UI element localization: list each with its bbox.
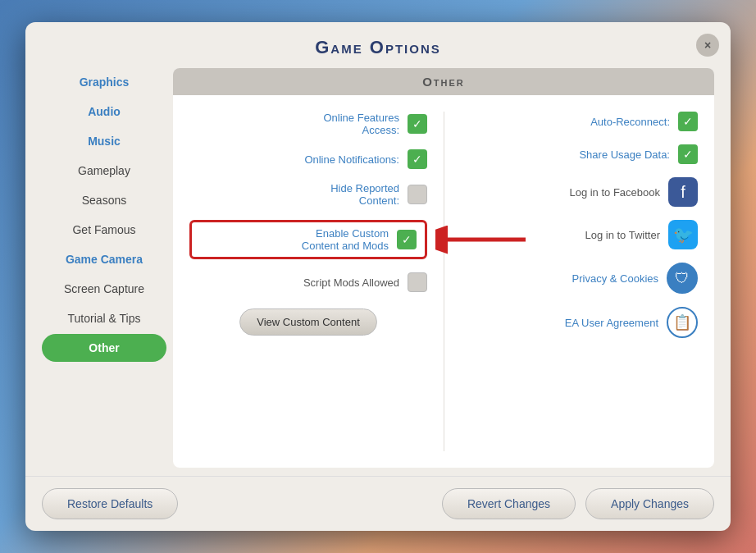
facebook-label: Log in to Facebook	[569, 186, 660, 199]
option-share-usage: Share Usage Data: ✓	[461, 144, 698, 164]
ea-agreement-label: EA User Agreement	[565, 317, 658, 329]
sidebar-item-music[interactable]: Music	[42, 127, 166, 155]
option-facebook: Log in to Facebook f	[461, 177, 698, 207]
sidebar-item-game-camera[interactable]: Game Camera	[42, 245, 166, 273]
dialog-footer: Restore Defaults Revert Changes Apply Ch…	[25, 476, 731, 531]
revert-changes-button[interactable]: Revert Changes	[442, 488, 576, 519]
content-body: Online FeaturesAccess: ✓ Online Notifica…	[173, 95, 714, 468]
close-button[interactable]: ×	[696, 34, 719, 57]
option-ea-agreement: EA User Agreement 📋	[461, 307, 698, 338]
twitter-button[interactable]: 🐦	[668, 220, 698, 249]
sidebar-item-other[interactable]: Other	[42, 334, 166, 362]
share-usage-checkbox[interactable]: ✓	[678, 144, 698, 164]
option-enable-custom: Enable CustomContent and Mods ✓	[189, 220, 427, 259]
restore-defaults-button[interactable]: Restore Defaults	[42, 488, 178, 519]
privacy-icon[interactable]: 🛡	[667, 263, 698, 294]
sidebar-item-gameplay[interactable]: Gameplay	[42, 157, 166, 185]
script-mods-checkbox[interactable]	[408, 272, 427, 292]
privacy-label: Privacy & Cookies	[572, 272, 658, 285]
facebook-button[interactable]: f	[668, 177, 698, 207]
option-hide-reported: Hide ReportedContent:	[189, 182, 427, 207]
online-notifications-checkbox[interactable]: ✓	[408, 149, 427, 169]
ea-agreement-icon[interactable]: 📋	[667, 307, 698, 338]
sidebar-item-graphics[interactable]: Graphics	[42, 68, 166, 96]
content-panel: Other Online FeaturesAccess: ✓ Online No…	[173, 68, 714, 468]
left-column: Online FeaturesAccess: ✓ Online Notifica…	[189, 112, 444, 451]
dialog-body: Graphics Audio Music Gameplay Seasons Ge…	[25, 68, 731, 476]
sidebar-item-audio[interactable]: Audio	[42, 98, 166, 126]
online-notifications-label: Online Notifications:	[304, 153, 399, 166]
view-custom-content-button[interactable]: View Custom Content	[239, 308, 377, 336]
option-online-features: Online FeaturesAccess: ✓	[189, 112, 427, 136]
apply-changes-button[interactable]: Apply Changes	[585, 488, 714, 519]
online-features-label: Online FeaturesAccess:	[324, 112, 400, 136]
red-arrow-indicator	[435, 223, 526, 256]
option-auto-reconnect: Auto-Reconnect: ✓	[461, 112, 698, 131]
sidebar-item-seasons[interactable]: Seasons	[42, 186, 166, 214]
auto-reconnect-label: Auto-Reconnect:	[590, 116, 670, 128]
sidebar-item-get-famous[interactable]: Get Famous	[42, 216, 166, 244]
right-column: Auto-Reconnect: ✓ Share Usage Data: ✓ Lo…	[444, 112, 698, 451]
sidebar: Graphics Audio Music Gameplay Seasons Ge…	[42, 68, 173, 468]
option-online-notifications: Online Notifications: ✓	[189, 149, 427, 169]
dialog-header: Game Options ×	[25, 22, 731, 68]
auto-reconnect-checkbox[interactable]: ✓	[678, 112, 698, 131]
sidebar-item-screen-capture[interactable]: Screen Capture	[42, 275, 166, 303]
enable-custom-checkbox[interactable]: ✓	[397, 230, 417, 249]
online-features-checkbox[interactable]: ✓	[408, 114, 427, 134]
sidebar-item-tutorial[interactable]: Tutorial & Tips	[42, 304, 166, 332]
share-usage-label: Share Usage Data:	[579, 149, 670, 161]
option-privacy: Privacy & Cookies 🛡	[461, 263, 698, 294]
game-options-dialog: Game Options × Graphics Audio Music Game…	[25, 22, 731, 531]
hide-reported-checkbox[interactable]	[408, 185, 427, 204]
content-header: Other	[173, 68, 714, 95]
option-script-mods: Script Mods Allowed	[189, 272, 427, 292]
option-enable-custom-wrapper: Enable CustomContent and Mods ✓	[189, 220, 427, 259]
hide-reported-label: Hide ReportedContent:	[330, 182, 399, 207]
twitter-label: Log in to Twitter	[585, 229, 660, 241]
enable-custom-label: Enable CustomContent and Mods	[302, 227, 389, 252]
script-mods-label: Script Mods Allowed	[303, 276, 399, 289]
dialog-title: Game Options	[315, 37, 441, 57]
content-title: Other	[422, 75, 465, 89]
